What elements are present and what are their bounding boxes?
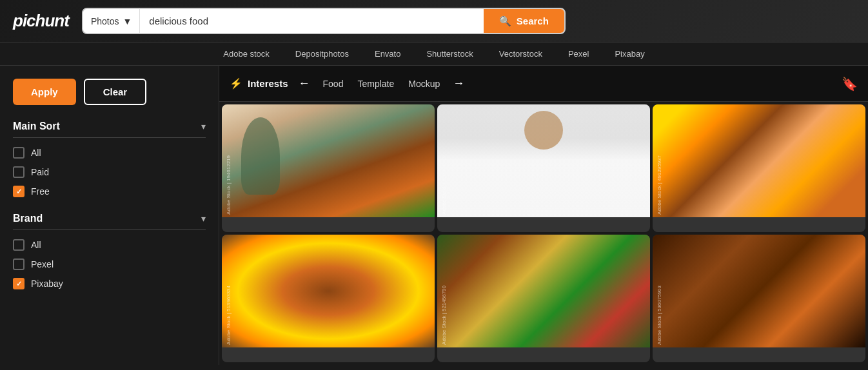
filter-option-free[interactable]: Free (13, 186, 206, 197)
image-source-label: Adobe Stock | 194612219 (226, 155, 232, 215)
option-paid-label: Paid (31, 167, 49, 177)
filter-option-pexel[interactable]: Pexel (13, 258, 206, 270)
filter-section-brand: Brand ▾ All Pexel Pixabay (13, 213, 206, 289)
image-source-label: Adobe Stock | 536073219 (441, 155, 447, 215)
image-source-label: Adobe Stock | 513963334 (226, 286, 232, 345)
search-type-dropdown[interactable]: Photos ▼ (83, 9, 140, 33)
interest-tag-mockup[interactable]: Mockup (403, 76, 445, 92)
chevron-down-icon: ▼ (123, 16, 132, 26)
option-pixabay-label: Pixabay (31, 278, 63, 289)
image-card[interactable]: Adobe Stock | 521456790 (437, 235, 650, 362)
header: pichunt Photos ▼ 🔍 Search (0, 0, 868, 43)
next-arrow-button[interactable]: → (449, 75, 468, 92)
chevron-down-icon: ▾ (201, 213, 206, 224)
sidebar: Apply Clear Main Sort ▾ All Paid Free (0, 66, 219, 365)
search-icon: 🔍 (499, 15, 511, 27)
image-card[interactable]: Adobe Stock | 194612219 (222, 104, 435, 232)
interest-tag-food[interactable]: Food (318, 76, 349, 92)
filter-brand-title: Brand (13, 213, 43, 224)
checkbox-all[interactable] (13, 147, 25, 159)
prev-arrow-button[interactable]: ← (295, 75, 314, 92)
image-placeholder-woman: Adobe Stock | 536073219 (437, 104, 650, 217)
image-placeholder-chocolate: Adobe Stock | 536075903 (653, 235, 865, 347)
content-area: ⚡ Interests ← Food Template Mockup → 🔖 A… (219, 66, 868, 365)
checkbox-pixabay[interactable] (13, 278, 25, 289)
filter-option-brand-all[interactable]: All (13, 239, 206, 251)
image-placeholder-feast: Adobe Stock | 521456790 (437, 235, 650, 347)
filter-main-sort-title: Main Sort (13, 121, 60, 132)
chevron-down-icon: ▾ (201, 121, 206, 131)
nav-vectorstock[interactable]: Vectorstock (499, 49, 542, 59)
checkbox-paid[interactable] (13, 166, 25, 178)
nav-shutterstock[interactable]: Shutterstock (426, 49, 473, 59)
interests-label: Interests (248, 78, 288, 89)
search-bar: Photos ▼ 🔍 Search (82, 8, 566, 34)
nav-pixabay[interactable]: Pixabay (615, 49, 644, 59)
nav-bar: Adobe stock Depositphotos Envato Shutter… (0, 43, 868, 66)
interests-bar: ⚡ Interests ← Food Template Mockup → 🔖 (219, 66, 868, 102)
interest-tag-template[interactable]: Template (352, 76, 399, 92)
image-grid: Adobe Stock | 194612219 Adobe Stock | 53… (219, 102, 868, 365)
checkbox-free[interactable] (13, 186, 25, 197)
option-brand-all-label: All (31, 240, 41, 250)
filter-option-paid[interactable]: Paid (13, 166, 206, 178)
clear-button[interactable]: Clear (84, 79, 147, 105)
checkbox-pexel[interactable] (13, 258, 25, 270)
nav-pexel[interactable]: Pexel (568, 49, 589, 59)
option-pexel-label: Pexel (31, 259, 54, 269)
filter-option-all[interactable]: All (13, 147, 206, 159)
image-source-label: Adobe Stock | 491295937 (656, 155, 662, 215)
image-source-label: Adobe Stock | 536075903 (656, 286, 662, 345)
search-input[interactable] (140, 9, 484, 33)
nav-adobe-stock[interactable]: Adobe stock (223, 49, 270, 59)
interests-icon: ⚡ (230, 77, 242, 90)
image-card[interactable]: Adobe Stock | 491295937 (653, 104, 865, 232)
nav-envato[interactable]: Envato (375, 49, 400, 59)
filter-brand-header[interactable]: Brand ▾ (13, 213, 206, 230)
filter-main-sort-header[interactable]: Main Sort ▾ (13, 121, 206, 138)
image-card[interactable]: Adobe Stock | 536075903 (653, 235, 865, 362)
main-layout: Apply Clear Main Sort ▾ All Paid Free (0, 66, 868, 365)
image-placeholder-plate: Adobe Stock | 513963334 (222, 235, 435, 347)
option-free-label: Free (31, 186, 50, 197)
filter-section-main-sort: Main Sort ▾ All Paid Free (13, 121, 206, 197)
search-type-label: Photos (91, 16, 119, 26)
sidebar-actions: Apply Clear (13, 79, 206, 105)
bookmark-icon[interactable]: 🔖 (842, 76, 858, 92)
logo: pichunt (13, 11, 69, 31)
image-card[interactable]: Adobe Stock | 513963334 (222, 235, 435, 362)
option-all-label: All (31, 148, 41, 158)
nav-depositphotos[interactable]: Depositphotos (295, 49, 349, 59)
apply-button[interactable]: Apply (13, 79, 76, 105)
image-card[interactable]: Adobe Stock | 536073219 (437, 104, 650, 232)
checkbox-brand-all[interactable] (13, 239, 25, 251)
image-placeholder-chef: Adobe Stock | 194612219 (222, 104, 435, 217)
filter-option-pixabay[interactable]: Pixabay (13, 278, 206, 289)
image-placeholder-table: Adobe Stock | 491295937 (653, 104, 865, 217)
image-source-label: Adobe Stock | 521456790 (441, 286, 447, 345)
search-button-label: Search (517, 15, 549, 26)
search-button[interactable]: 🔍 Search (484, 9, 564, 33)
